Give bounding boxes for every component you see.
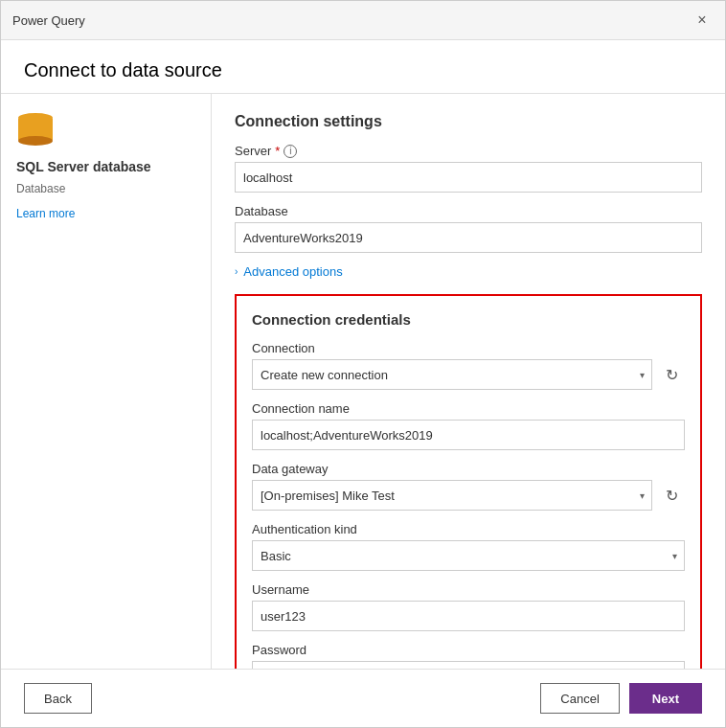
advanced-options-toggle[interactable]: › Advanced options	[235, 264, 702, 279]
data-gateway-label: Data gateway	[252, 462, 685, 476]
required-star: *	[275, 144, 280, 158]
database-icon	[16, 113, 55, 151]
page-title: Connect to data source	[1, 40, 725, 94]
sidebar-connector-name: SQL Server database	[16, 159, 195, 174]
learn-more-link[interactable]: Learn more	[16, 207, 195, 220]
cancel-button[interactable]: Cancel	[540, 683, 619, 714]
server-label: Server * i	[235, 144, 702, 158]
sidebar-connector-type: Database	[16, 182, 195, 195]
dialog-window: Power Query × Connect to data source SQL…	[0, 0, 726, 728]
connection-name-input[interactable]	[252, 420, 685, 450]
database-input[interactable]	[235, 222, 702, 253]
password-label: Password	[252, 643, 685, 657]
connection-name-field-group: Connection name	[252, 401, 685, 450]
server-field-group: Server * i	[235, 144, 702, 193]
auth-kind-label: Authentication kind	[252, 522, 685, 536]
data-gateway-select[interactable]: [On-premises] Mike TestNone	[252, 480, 652, 511]
auth-kind-select[interactable]: BasicWindowsDatabase	[252, 540, 685, 571]
dialog-footer: Back Cancel Next	[1, 669, 725, 727]
footer-left: Back	[24, 683, 92, 714]
username-input[interactable]	[252, 601, 685, 631]
auth-kind-field-group: Authentication kind BasicWindowsDatabase…	[252, 522, 685, 571]
data-gateway-select-row: [On-premises] Mike TestNone ▾ ↻	[252, 480, 685, 511]
dialog-body: Connect to data source SQL Server databa…	[1, 40, 725, 727]
close-button[interactable]: ×	[691, 9, 714, 32]
content-area: SQL Server database Database Learn more …	[1, 94, 725, 669]
title-bar-text: Power Query	[12, 13, 85, 28]
connection-field-group: Connection Create new connectionUse exis…	[252, 341, 685, 390]
back-button[interactable]: Back	[24, 683, 92, 714]
credentials-title: Connection credentials	[252, 311, 685, 328]
database-field-group: Database	[235, 204, 702, 253]
database-label: Database	[235, 204, 702, 218]
server-info-icon[interactable]: i	[284, 145, 297, 158]
username-field-group: Username	[252, 582, 685, 631]
password-input[interactable]	[252, 661, 685, 669]
chevron-right-icon: ›	[235, 266, 238, 277]
sidebar: SQL Server database Database Learn more	[1, 94, 212, 669]
next-button[interactable]: Next	[629, 683, 702, 714]
connection-refresh-button[interactable]: ↻	[658, 361, 685, 388]
data-gateway-field-group: Data gateway [On-premises] Mike TestNone…	[252, 462, 685, 511]
connection-name-label: Connection name	[252, 401, 685, 416]
password-field-group: Password	[252, 643, 685, 669]
connection-label: Connection	[252, 341, 685, 355]
auth-kind-select-wrapper: BasicWindowsDatabase ▾	[252, 540, 685, 571]
connection-select[interactable]: Create new connectionUse existing connec…	[252, 359, 652, 390]
footer-right: Cancel Next	[540, 683, 702, 714]
main-panel: Connection settings Server * i Database …	[212, 94, 725, 669]
connection-settings-title: Connection settings	[235, 113, 702, 130]
data-gateway-refresh-button[interactable]: ↻	[658, 482, 685, 509]
username-label: Username	[252, 582, 685, 597]
credentials-box: Connection credentials Connection Create…	[235, 294, 702, 669]
connection-select-row: Create new connectionUse existing connec…	[252, 359, 685, 390]
data-gateway-select-wrapper: [On-premises] Mike TestNone ▾	[252, 480, 652, 511]
title-bar: Power Query ×	[1, 1, 725, 40]
server-input[interactable]	[235, 162, 702, 193]
connection-select-wrapper: Create new connectionUse existing connec…	[252, 359, 652, 390]
